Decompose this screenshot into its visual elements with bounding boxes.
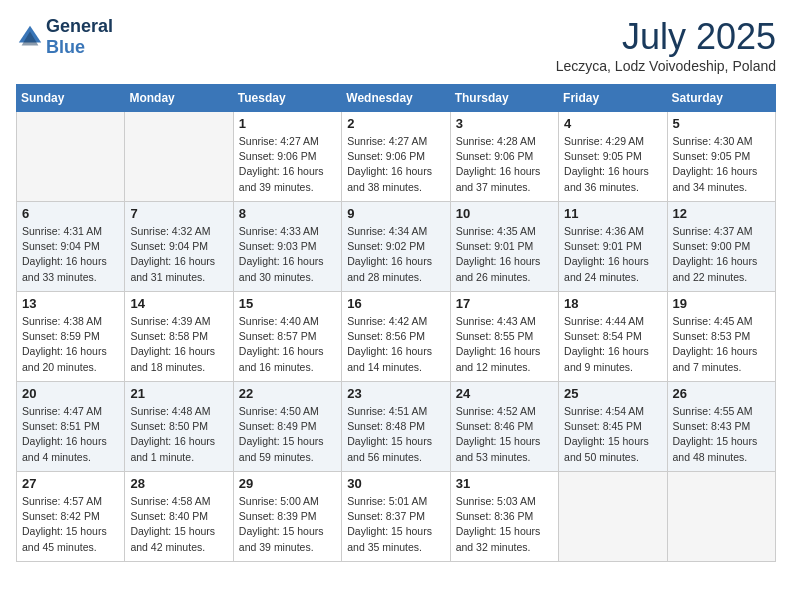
day-number: 25 [564, 386, 661, 401]
logo: General Blue [16, 16, 113, 57]
calendar-cell: 20Sunrise: 4:47 AM Sunset: 8:51 PM Dayli… [17, 382, 125, 472]
calendar-cell: 1Sunrise: 4:27 AM Sunset: 9:06 PM Daylig… [233, 112, 341, 202]
day-number: 12 [673, 206, 770, 221]
day-number: 13 [22, 296, 119, 311]
day-number: 14 [130, 296, 227, 311]
calendar-table: SundayMondayTuesdayWednesdayThursdayFrid… [16, 84, 776, 562]
day-number: 31 [456, 476, 553, 491]
day-number: 9 [347, 206, 444, 221]
calendar-cell: 13Sunrise: 4:38 AM Sunset: 8:59 PM Dayli… [17, 292, 125, 382]
day-number: 11 [564, 206, 661, 221]
day-info: Sunrise: 4:34 AM Sunset: 9:02 PM Dayligh… [347, 224, 444, 285]
calendar-cell [667, 472, 775, 562]
calendar-cell: 18Sunrise: 4:44 AM Sunset: 8:54 PM Dayli… [559, 292, 667, 382]
calendar-cell: 6Sunrise: 4:31 AM Sunset: 9:04 PM Daylig… [17, 202, 125, 292]
weekday-header-row: SundayMondayTuesdayWednesdayThursdayFrid… [17, 85, 776, 112]
logo-line2: Blue [46, 37, 113, 58]
weekday-wednesday: Wednesday [342, 85, 450, 112]
calendar-cell: 11Sunrise: 4:36 AM Sunset: 9:01 PM Dayli… [559, 202, 667, 292]
day-number: 24 [456, 386, 553, 401]
day-number: 4 [564, 116, 661, 131]
day-info: Sunrise: 4:44 AM Sunset: 8:54 PM Dayligh… [564, 314, 661, 375]
day-info: Sunrise: 4:39 AM Sunset: 8:58 PM Dayligh… [130, 314, 227, 375]
calendar-cell: 12Sunrise: 4:37 AM Sunset: 9:00 PM Dayli… [667, 202, 775, 292]
title-block: July 2025 Leczyca, Lodz Voivodeship, Pol… [556, 16, 776, 74]
day-number: 10 [456, 206, 553, 221]
week-row-4: 20Sunrise: 4:47 AM Sunset: 8:51 PM Dayli… [17, 382, 776, 472]
calendar-cell: 14Sunrise: 4:39 AM Sunset: 8:58 PM Dayli… [125, 292, 233, 382]
day-info: Sunrise: 4:52 AM Sunset: 8:46 PM Dayligh… [456, 404, 553, 465]
month-title: July 2025 [556, 16, 776, 58]
day-number: 19 [673, 296, 770, 311]
day-number: 5 [673, 116, 770, 131]
calendar-cell [559, 472, 667, 562]
day-info: Sunrise: 5:00 AM Sunset: 8:39 PM Dayligh… [239, 494, 336, 555]
day-number: 6 [22, 206, 119, 221]
calendar-cell: 25Sunrise: 4:54 AM Sunset: 8:45 PM Dayli… [559, 382, 667, 472]
week-row-1: 1Sunrise: 4:27 AM Sunset: 9:06 PM Daylig… [17, 112, 776, 202]
calendar-cell: 4Sunrise: 4:29 AM Sunset: 9:05 PM Daylig… [559, 112, 667, 202]
day-number: 3 [456, 116, 553, 131]
day-number: 16 [347, 296, 444, 311]
weekday-tuesday: Tuesday [233, 85, 341, 112]
day-info: Sunrise: 4:27 AM Sunset: 9:06 PM Dayligh… [347, 134, 444, 195]
day-info: Sunrise: 4:42 AM Sunset: 8:56 PM Dayligh… [347, 314, 444, 375]
day-info: Sunrise: 4:32 AM Sunset: 9:04 PM Dayligh… [130, 224, 227, 285]
day-number: 29 [239, 476, 336, 491]
day-info: Sunrise: 4:40 AM Sunset: 8:57 PM Dayligh… [239, 314, 336, 375]
calendar-cell: 5Sunrise: 4:30 AM Sunset: 9:05 PM Daylig… [667, 112, 775, 202]
calendar-cell: 29Sunrise: 5:00 AM Sunset: 8:39 PM Dayli… [233, 472, 341, 562]
day-info: Sunrise: 4:47 AM Sunset: 8:51 PM Dayligh… [22, 404, 119, 465]
logo-line1: General [46, 16, 113, 37]
logo-icon [16, 23, 44, 51]
weekday-sunday: Sunday [17, 85, 125, 112]
day-info: Sunrise: 4:38 AM Sunset: 8:59 PM Dayligh… [22, 314, 119, 375]
calendar-cell: 16Sunrise: 4:42 AM Sunset: 8:56 PM Dayli… [342, 292, 450, 382]
day-number: 22 [239, 386, 336, 401]
week-row-3: 13Sunrise: 4:38 AM Sunset: 8:59 PM Dayli… [17, 292, 776, 382]
day-number: 1 [239, 116, 336, 131]
calendar-cell: 7Sunrise: 4:32 AM Sunset: 9:04 PM Daylig… [125, 202, 233, 292]
day-number: 18 [564, 296, 661, 311]
day-info: Sunrise: 4:48 AM Sunset: 8:50 PM Dayligh… [130, 404, 227, 465]
week-row-5: 27Sunrise: 4:57 AM Sunset: 8:42 PM Dayli… [17, 472, 776, 562]
calendar-cell: 31Sunrise: 5:03 AM Sunset: 8:36 PM Dayli… [450, 472, 558, 562]
day-info: Sunrise: 4:43 AM Sunset: 8:55 PM Dayligh… [456, 314, 553, 375]
day-number: 2 [347, 116, 444, 131]
week-row-2: 6Sunrise: 4:31 AM Sunset: 9:04 PM Daylig… [17, 202, 776, 292]
day-number: 7 [130, 206, 227, 221]
day-info: Sunrise: 4:57 AM Sunset: 8:42 PM Dayligh… [22, 494, 119, 555]
page-header: General Blue July 2025 Leczyca, Lodz Voi… [16, 16, 776, 74]
day-info: Sunrise: 4:31 AM Sunset: 9:04 PM Dayligh… [22, 224, 119, 285]
calendar-cell: 9Sunrise: 4:34 AM Sunset: 9:02 PM Daylig… [342, 202, 450, 292]
day-number: 20 [22, 386, 119, 401]
day-info: Sunrise: 4:58 AM Sunset: 8:40 PM Dayligh… [130, 494, 227, 555]
day-info: Sunrise: 4:37 AM Sunset: 9:00 PM Dayligh… [673, 224, 770, 285]
calendar-cell: 23Sunrise: 4:51 AM Sunset: 8:48 PM Dayli… [342, 382, 450, 472]
day-info: Sunrise: 4:36 AM Sunset: 9:01 PM Dayligh… [564, 224, 661, 285]
day-number: 17 [456, 296, 553, 311]
day-info: Sunrise: 4:27 AM Sunset: 9:06 PM Dayligh… [239, 134, 336, 195]
calendar-cell: 21Sunrise: 4:48 AM Sunset: 8:50 PM Dayli… [125, 382, 233, 472]
day-info: Sunrise: 4:33 AM Sunset: 9:03 PM Dayligh… [239, 224, 336, 285]
weekday-saturday: Saturday [667, 85, 775, 112]
day-number: 21 [130, 386, 227, 401]
calendar-cell: 15Sunrise: 4:40 AM Sunset: 8:57 PM Dayli… [233, 292, 341, 382]
location-title: Leczyca, Lodz Voivodeship, Poland [556, 58, 776, 74]
day-info: Sunrise: 4:35 AM Sunset: 9:01 PM Dayligh… [456, 224, 553, 285]
calendar-cell: 19Sunrise: 4:45 AM Sunset: 8:53 PM Dayli… [667, 292, 775, 382]
day-info: Sunrise: 4:28 AM Sunset: 9:06 PM Dayligh… [456, 134, 553, 195]
day-number: 23 [347, 386, 444, 401]
calendar-cell: 2Sunrise: 4:27 AM Sunset: 9:06 PM Daylig… [342, 112, 450, 202]
calendar-cell: 22Sunrise: 4:50 AM Sunset: 8:49 PM Dayli… [233, 382, 341, 472]
weekday-thursday: Thursday [450, 85, 558, 112]
calendar-cell: 24Sunrise: 4:52 AM Sunset: 8:46 PM Dayli… [450, 382, 558, 472]
day-info: Sunrise: 4:55 AM Sunset: 8:43 PM Dayligh… [673, 404, 770, 465]
calendar-cell: 8Sunrise: 4:33 AM Sunset: 9:03 PM Daylig… [233, 202, 341, 292]
calendar-cell: 3Sunrise: 4:28 AM Sunset: 9:06 PM Daylig… [450, 112, 558, 202]
calendar-cell: 17Sunrise: 4:43 AM Sunset: 8:55 PM Dayli… [450, 292, 558, 382]
day-number: 15 [239, 296, 336, 311]
calendar-cell: 30Sunrise: 5:01 AM Sunset: 8:37 PM Dayli… [342, 472, 450, 562]
day-info: Sunrise: 4:50 AM Sunset: 8:49 PM Dayligh… [239, 404, 336, 465]
weekday-monday: Monday [125, 85, 233, 112]
